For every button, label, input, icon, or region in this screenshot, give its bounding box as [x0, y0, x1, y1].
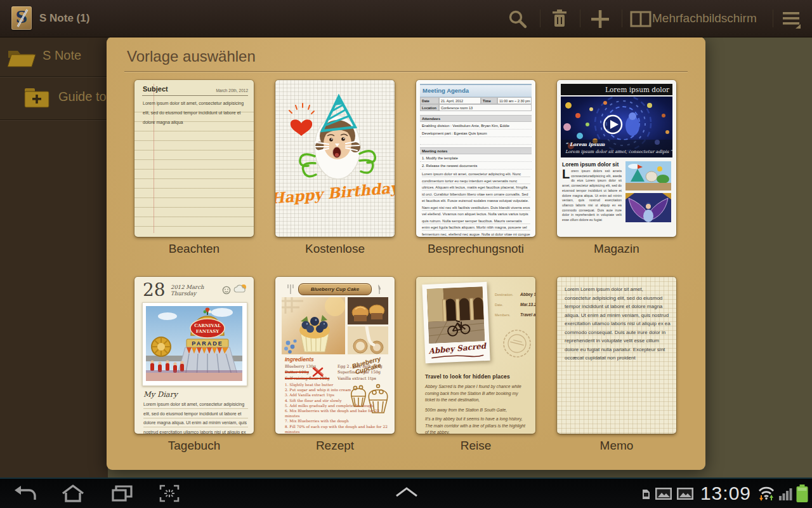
template-label: Memo	[557, 439, 676, 453]
toolbar-divider	[580, 10, 580, 27]
template-label: Rezept	[275, 439, 395, 453]
clock: 13:09	[700, 483, 751, 504]
meeting-body: Lorem ipsum dolor sit amet, consectetur …	[422, 171, 530, 231]
subject-underline	[142, 95, 248, 96]
toolbar-divider	[773, 10, 773, 27]
diary-body: Lorem ipsum dolor sit amet, consectetur …	[143, 400, 248, 434]
battery-icon	[796, 485, 808, 502]
gallery-icon	[676, 487, 694, 500]
chevron-up-icon[interactable]	[395, 486, 419, 498]
s-note-app-icon[interactable]: S	[11, 6, 32, 30]
magazine-main-photo: “ Lorem ipsum Lorem ipsum dolor sit amet…	[561, 97, 672, 157]
cell-time: 11:00 am ~ 2:30 pm	[497, 97, 532, 104]
empty-lines	[420, 231, 532, 236]
travel-paragraph: 500m away from the Station B South Gate,	[425, 407, 528, 414]
template-card-besprechung[interactable]: Meeting Agenda Date 21. April, 2012 Time…	[416, 80, 535, 237]
recipe-steps: 1. Slightly beat the butter 2. Put sugar…	[285, 382, 390, 434]
toolbar-divider	[540, 10, 540, 27]
status-cluster: 13:09	[641, 479, 808, 508]
heart-doodle	[291, 119, 312, 136]
sidebar-item-guide[interactable]: Guide to	[0, 77, 108, 119]
sdcard-icon	[641, 487, 651, 500]
meeting-header-band: Meeting Agenda	[420, 84, 532, 97]
drop-cap: L	[562, 169, 570, 180]
article-headline: Lorem ipsum dolor sit	[562, 161, 619, 168]
muffins-photo	[348, 297, 388, 324]
template-card-kostenlose[interactable]: Happy Birthday	[275, 80, 395, 237]
app-title: S Note (1)	[39, 0, 89, 37]
template-card-rezept[interactable]: Blueberry Cup Cake	[275, 277, 395, 434]
abbey-photo	[427, 286, 485, 344]
wifi-icon	[757, 485, 775, 502]
template-card-memo[interactable]: Lorem Lorem ipsum dolor sit amet, consec…	[557, 277, 676, 434]
sidebar-item-label: Guide to	[58, 90, 107, 104]
weather-icon	[233, 284, 247, 295]
dim-overlay[interactable]: S Note Guide to Vorlage auswählen Subjec…	[0, 37, 812, 478]
memo-body: Lorem Lorem ipsum dolor sit amet, consec…	[565, 285, 671, 363]
signal-icon	[779, 486, 792, 500]
note-line: 2. Release the newest documents	[420, 162, 532, 170]
template-card-tagebuch[interactable]: 28 2012 MarchThursday	[134, 277, 254, 434]
add-note-icon[interactable]	[589, 9, 612, 29]
note-line: 1. Modify the template	[420, 154, 532, 162]
multiwindow-label[interactable]: Mehrfachbildschirm	[652, 0, 757, 37]
toolbar-divider	[622, 10, 622, 27]
navbar: 13:09	[0, 478, 812, 508]
magazine-masthead: Lorem ipsum dolor	[561, 84, 672, 95]
meeting-header: Meeting Agenda	[420, 85, 532, 94]
template-card-reise[interactable]: Abbey Sacred Destination.Abbey Sacred Da…	[416, 277, 535, 434]
screen: S S Note (1) Mehrfachbildschirm S Note G…	[0, 0, 812, 508]
attendee-line: Enabling division : Vestibulum Ante, Bry…	[420, 122, 532, 130]
recent-apps-icon[interactable]	[110, 484, 133, 503]
topbar: S S Note (1) Mehrfachbildschirm	[0, 0, 812, 37]
note-subject: Subject	[143, 85, 168, 93]
parade-costume-photo	[625, 193, 671, 222]
dialog-title: Vorlage auswählen	[127, 48, 256, 65]
birthday-doodle-photo: Happy Birthday	[275, 80, 395, 237]
template-label: Kostenlose	[275, 242, 395, 256]
template-card-beachten[interactable]: Subject March 20th, 2012 Lorem ipsum dol…	[134, 80, 254, 237]
attendee-line: Development part : Egestas Quis Ipsum	[420, 130, 532, 137]
trash-icon[interactable]	[548, 9, 571, 29]
folder-plus-icon	[23, 87, 50, 109]
template-card-magazin[interactable]: Lorem ipsum dolor “ Lorem ipsum Lorem	[557, 80, 676, 237]
multiwindow-icon[interactable]	[629, 9, 652, 29]
travel-paragraph: Abbey Sacred is the place I found by cha…	[425, 384, 528, 404]
sidebar-item-label: S Note	[43, 48, 81, 63]
fork-icon	[287, 284, 294, 294]
gallery-icon	[655, 487, 672, 500]
travel-paragraph: It’s a tiny abbey but it seems to have a…	[425, 416, 528, 434]
knife-icon	[376, 284, 383, 294]
note-date: March 20th, 2012	[216, 88, 248, 93]
cell-date: 21. April, 2012	[439, 97, 481, 104]
sidebar-divider	[0, 119, 108, 120]
carnival-parade-photo: CARNIVAL FANTASY PARADE	[146, 306, 242, 381]
heart-rays-doodle	[289, 104, 314, 114]
svg-text:FANTASY: FANTASY	[196, 328, 220, 334]
open-folder-icon	[6, 46, 37, 68]
search-icon[interactable]	[506, 9, 529, 29]
svg-text:Lorem ipsum dolor sit amet, co: Lorem ipsum dolor sit amet, consectetur …	[565, 149, 672, 154]
home-icon[interactable]	[61, 484, 85, 503]
cell-date-label: Date	[420, 97, 439, 104]
cell-location-label: Location	[420, 104, 439, 111]
dialog-divider	[124, 71, 688, 72]
birthday-greeting: Happy Birthday	[275, 178, 395, 208]
stamp-icon	[501, 328, 533, 359]
diary-date: 2012 MarchThursday	[171, 284, 204, 297]
template-label: Tagebuch	[134, 439, 254, 453]
attendee-line	[420, 137, 532, 145]
smiley-icon	[222, 286, 231, 295]
back-icon[interactable]	[14, 484, 37, 503]
note-body: Lorem ipsum dolor sit amet, consectetur …	[143, 98, 249, 127]
attendees-header: Attendees	[420, 115, 532, 122]
sidebar-item-s-note[interactable]: S Note	[0, 37, 108, 76]
screenshot-icon[interactable]	[159, 484, 180, 503]
diary-heading: My Diary	[143, 390, 178, 399]
menu-icon[interactable]	[780, 9, 803, 29]
ingredients-header: Ingredients	[285, 356, 314, 363]
template-label: Beachten	[134, 242, 254, 256]
travel-heading: Travel to look for hidden places	[425, 373, 510, 380]
meeting-table: Date 21. April, 2012 Time 11:00 am ~ 2:3…	[420, 97, 532, 111]
diary-day: 28	[143, 279, 166, 300]
